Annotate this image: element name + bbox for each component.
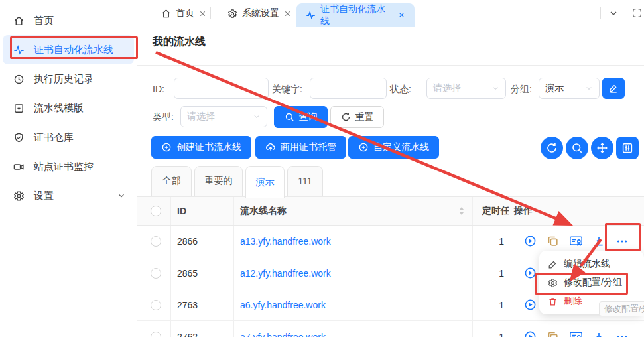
camera-icon [13, 161, 25, 172]
sort-icon[interactable] [458, 206, 466, 216]
row-id: 2866 [177, 236, 198, 247]
reset-button[interactable]: 重置 [330, 106, 384, 128]
refresh-icon [546, 142, 558, 154]
search-table-button[interactable] [566, 137, 588, 159]
column-header-id: ID [177, 206, 186, 216]
tab-cert-pipeline[interactable]: 证书自动化流水线 [296, 3, 415, 27]
plus-circle-icon [161, 142, 172, 153]
row-id: 2762 [177, 332, 198, 337]
type-select[interactable]: 请选择 [180, 106, 267, 127]
column-header-ops: 操作 [514, 205, 533, 217]
sidebar-item-templates[interactable]: 流水线模版 [0, 94, 137, 123]
run-pipeline-icon[interactable] [524, 267, 537, 279]
row-checkbox[interactable] [151, 268, 161, 279]
table-row: 2762 a7.yfy.handfree.work 1 [137, 321, 644, 337]
create-pipeline-button[interactable]: 创建证书流水线 [151, 136, 251, 159]
id-filter-label: ID: [153, 84, 164, 94]
fullscreen-button[interactable] [631, 7, 643, 19]
menu-item-modify-config[interactable]: 修改配置/分组 [539, 273, 644, 292]
group-tab-demo[interactable]: 演示 [245, 166, 285, 198]
select-value: 演示 [545, 82, 564, 94]
chevron-down-icon [585, 84, 593, 92]
keyword-filter-input[interactable] [310, 78, 387, 99]
column-settings-button[interactable] [616, 137, 639, 159]
certificate-icon[interactable] [569, 330, 583, 337]
sidebar-item-cert-pipeline[interactable]: 证书自动化流水线 [3, 35, 134, 64]
close-icon[interactable] [398, 11, 405, 19]
drag-mode-button[interactable] [591, 137, 613, 159]
row-cron: 1 [499, 236, 504, 247]
more-actions-icon[interactable] [615, 236, 629, 247]
chevron-down-icon [253, 113, 261, 121]
pipeline-link[interactable]: a12.yfy.handfree.work [240, 268, 331, 279]
row-cron: 1 [499, 332, 504, 337]
tab-home[interactable]: 首页 [156, 0, 212, 27]
type-filter-label: 类型: [153, 111, 174, 123]
run-pipeline-icon[interactable] [524, 235, 537, 247]
sidebar-item-label: 首页 [34, 15, 54, 27]
row-cron: 1 [499, 268, 504, 279]
table-header-row: ID 流水线名称 定时任务 操作 [137, 196, 644, 226]
reset-button-label: 重置 [355, 111, 374, 123]
status-select[interactable]: 请选择 [426, 78, 506, 99]
group-tab-all[interactable]: 全部 [151, 166, 192, 196]
refresh-table-button[interactable] [541, 137, 563, 159]
tab-separator [627, 7, 627, 19]
copy-pipeline-icon[interactable] [547, 235, 559, 247]
search-button[interactable]: 查询 [274, 106, 328, 128]
menu-item-edit-pipeline[interactable]: 编辑流水线 [539, 255, 644, 273]
gear-icon [227, 9, 237, 19]
pipeline-link[interactable]: a7.yfy.handfree.work [240, 332, 326, 337]
row-checkbox[interactable] [151, 236, 161, 247]
tooltip: 修改配置/分组 [599, 301, 644, 316]
template-icon [13, 103, 25, 114]
close-icon[interactable] [284, 10, 291, 17]
tab-system-settings[interactable]: 系统设置 [222, 0, 296, 27]
sidebar-item-label: 执行历史记录 [34, 73, 94, 86]
run-pipeline-icon[interactable] [524, 299, 537, 311]
home-icon [13, 15, 25, 27]
sidebar-item-site-monitor[interactable]: 站点证书监控 [0, 152, 137, 181]
tab-separator [210, 7, 211, 19]
row-checkbox[interactable] [151, 332, 161, 337]
select-placeholder: 请选择 [187, 111, 215, 123]
custom-pipeline-label: 自定义流水线 [373, 141, 429, 153]
certificate-icon[interactable] [569, 235, 583, 247]
sidebar-item-settings[interactable]: 设置 [0, 181, 137, 210]
pipeline-link[interactable]: a6.yfy.handfree.work [240, 300, 326, 310]
keyword-filter-label: 关键字: [272, 84, 302, 96]
more-actions-icon[interactable] [615, 331, 629, 337]
column-header-name: 流水线名称 [240, 205, 287, 217]
download-icon[interactable] [593, 236, 605, 247]
tab-list-dropdown-button[interactable] [608, 8, 619, 19]
id-filter-input[interactable] [174, 78, 269, 99]
fullscreen-icon [631, 7, 643, 19]
custom-pipeline-button[interactable]: 自定义流水线 [348, 136, 439, 159]
close-icon[interactable] [199, 10, 206, 17]
download-icon[interactable] [593, 331, 605, 337]
history-icon [13, 74, 25, 85]
pipeline-link[interactable]: a13.yfy.handfree.work [240, 236, 331, 247]
main-content: 我的流水线 ID: 关键字: 状态: 请选择 分组: 演示 类型: 请选择 查询 [137, 27, 644, 337]
hosted-cert-button[interactable]: 商用证书托管 [255, 136, 346, 159]
sidebar-item-label: 证书仓库 [34, 131, 74, 144]
hosted-cert-label: 商用证书托管 [281, 141, 336, 153]
group-select[interactable]: 演示 [539, 78, 600, 99]
edit-groups-button[interactable] [602, 78, 625, 99]
select-all-checkbox[interactable] [151, 206, 161, 216]
copy-pipeline-icon[interactable] [547, 330, 559, 337]
refresh-icon [341, 112, 351, 122]
sidebar-item-home[interactable]: 首页 [0, 6, 137, 35]
sidebar-item-cert-repo[interactable]: 证书仓库 [0, 123, 137, 152]
menu-item-label: 修改配置/分组 [564, 277, 622, 289]
pipeline-activity-icon [306, 10, 316, 20]
group-tab-label: 111 [298, 176, 312, 186]
gear-icon [548, 278, 558, 288]
sidebar-item-label: 设置 [34, 190, 54, 202]
run-pipeline-icon[interactable] [524, 330, 537, 337]
sidebar-item-label: 流水线模版 [34, 102, 84, 115]
group-tab-important[interactable]: 重要的 [194, 166, 243, 196]
group-tab-111[interactable]: 111 [287, 166, 323, 196]
sidebar-item-history[interactable]: 执行历史记录 [0, 64, 137, 94]
row-checkbox[interactable] [151, 300, 161, 310]
